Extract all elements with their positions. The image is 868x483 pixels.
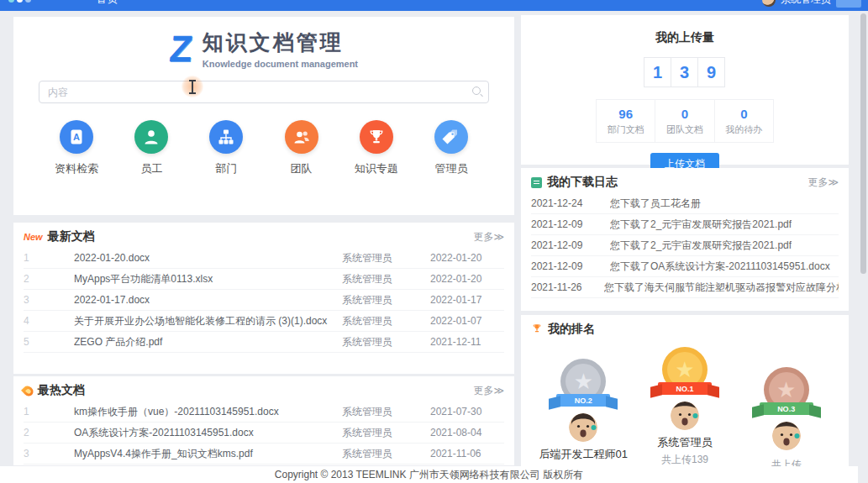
row-index: 2 (24, 273, 40, 285)
list-item[interactable]: 2021-11-26 您下载了海天伺服节能注塑机驱动器报警对应故障分析.xls (531, 277, 839, 298)
doc-date: 2022-01-20 (430, 273, 504, 285)
doc-date: 2022-01-17 (430, 294, 504, 306)
doc-title[interactable]: 关于开展开业办公场地智能化装修工程的请示 (3)(1).docx (74, 314, 342, 328)
table-row[interactable]: 5 ZEGO 产品介绍.pdf 系统管理员 2021-12-11 (24, 332, 504, 353)
upload-stats: 96 部门文档 0 团队文档 0 我的待办 (596, 99, 774, 143)
hero-card: Z 知识文档管理 Knowledge document management A… (13, 17, 514, 215)
brand-logo-icon: Z (168, 32, 194, 66)
search-input[interactable] (39, 81, 489, 103)
brand-header: Z 知识文档管理 Knowledge document management (13, 17, 514, 69)
doc-title[interactable]: ZEGO 产品介绍.pdf (74, 335, 342, 349)
counter-digit: 1 (644, 57, 671, 87)
list-item[interactable]: 2021-12-09 您下载了2_元宇宙发展研究报告2021.pdf (531, 235, 839, 256)
doc-owner: 系统管理员 (342, 272, 430, 286)
rank-user-name: 系统管理员 (657, 435, 712, 450)
log-text: 您下载了海天伺服节能注塑机驱动器报警对应故障分析.xls (604, 281, 839, 295)
nav-item-team[interactable]: 团队 (272, 120, 331, 176)
doc-date: 2022-01-07 (430, 315, 504, 327)
app-logo (8, 0, 31, 3)
table-row[interactable]: 2 OA系统设计方案-20211103145951.docx 系统管理员 202… (24, 423, 504, 444)
knowledge-portal-page: 首页 系统管理员 Z 知识文档管理 Knowledge document man… (0, 0, 868, 483)
hot-docs-title: 最热文档 (38, 383, 85, 398)
nav-item-employee[interactable]: 员工 (122, 120, 181, 176)
table-row[interactable]: 2 MyApps平台功能清单0113.xlsx 系统管理员 2022-01-20 (24, 269, 504, 290)
trophy-icon (360, 120, 393, 154)
nav-item-department[interactable]: 部门 (197, 120, 255, 176)
user-avatar[interactable] (762, 0, 776, 7)
row-index: 3 (24, 448, 40, 459)
doc-title[interactable]: MyAppsV4.4操作手册_知识文档kms.pdf (74, 447, 342, 461)
list-item[interactable]: 2021-12-09 您下载了OA系统设计方案-20211103145951.d… (531, 256, 839, 277)
latest-docs-more-link[interactable]: 更多≫ (473, 230, 504, 244)
counter-digit: 3 (671, 57, 698, 87)
stat-team-docs[interactable]: 0 团队文档 (655, 100, 714, 142)
doc-owner: 系统管理员 (342, 405, 430, 419)
rank-no3-item[interactable]: ★ NO.3 共上传 (736, 367, 837, 466)
log-date: 2021-12-09 (531, 239, 597, 251)
nav-label: 团队 (291, 161, 313, 176)
row-index: 1 (24, 252, 40, 264)
doc-date: 2021-11-06 (430, 448, 504, 459)
stat-my-todo[interactable]: 0 我的待办 (715, 100, 773, 142)
log-text: 您下载了OA系统设计方案-20211103145951.docx (610, 260, 830, 274)
logo-dot (8, 0, 14, 3)
log-text: 您下载了2_元宇宙发展研究报告2021.pdf (610, 239, 792, 253)
table-row[interactable]: 4 2_元宇宙发展研究报告2021.pdf 系统管理员 2021-12-09 (24, 465, 504, 465)
nav-item-knowledge-topics[interactable]: 知识专题 (347, 120, 406, 176)
doc-owner: 系统管理员 (342, 251, 430, 265)
brand-title: 知识文档管理 (203, 29, 358, 56)
log-text: 您下载了2_元宇宙发展研究报告2021.pdf (610, 218, 792, 232)
search-icon[interactable] (472, 87, 481, 95)
page-scrollbar-thumb[interactable] (860, 13, 866, 274)
page-scrollbar-track[interactable] (858, 11, 868, 483)
topbar-corner-badge[interactable] (836, 0, 861, 8)
copyright-text: Copyright © 2013 TEEMLINK 广州市天领网络科技有限公司 … (275, 468, 583, 482)
doc-date: 2021-12-11 (430, 336, 504, 348)
top-navigation-bar: 首页 系统管理员 (0, 0, 868, 11)
table-row[interactable]: 3 MyAppsV4.4操作手册_知识文档kms.pdf 系统管理员 2021-… (24, 444, 504, 465)
nav-item-admin[interactable]: 管理员 (422, 120, 481, 176)
doc-date: 2021-07-30 (430, 406, 504, 417)
doc-title[interactable]: km操作收手册（vue）-20211103145951.docx (74, 405, 342, 419)
list-item[interactable]: 2021-12-09 您下载了2_元宇宙发展研究报告2021.pdf (531, 214, 839, 235)
nav-label: 资料检索 (55, 161, 98, 176)
log-date: 2021-12-09 (531, 218, 597, 230)
employee-icon (134, 120, 168, 154)
doc-owner: 系统管理员 (342, 426, 430, 440)
doc-title[interactable]: 2022-01-20.docx (74, 252, 342, 264)
stat-dept-docs[interactable]: 96 部门文档 (597, 100, 655, 142)
doc-title[interactable]: 2022-01-17.docx (74, 294, 342, 306)
log-text: 您下载了员工花名册 (610, 197, 701, 211)
uploads-title: 我的上传量 (521, 15, 849, 45)
latest-docs-title: 最新文档 (48, 229, 95, 244)
table-row[interactable]: 1 km操作收手册（vue）-20211103145951.docx 系统管理员… (24, 402, 504, 423)
rank-no2-item[interactable]: ★ NO.2 后端开发工程师01 共上传7 (533, 359, 634, 466)
my-ranking-card: 我的排名 ★ NO.2 后端开发工程师01 共上传7 ★ NO.1 系统管理员 … (521, 315, 849, 466)
download-log-more-link[interactable]: 更多≫ (808, 176, 839, 190)
logo-dot (25, 0, 31, 3)
table-row[interactable]: 4 关于开展开业办公场地智能化装修工程的请示 (3)(1).docx 系统管理员… (24, 311, 504, 332)
topbar-user-name[interactable]: 系统管理员 (781, 0, 831, 7)
hot-docs-more-link[interactable]: 更多≫ (473, 384, 504, 398)
stat-label: 团队文档 (655, 123, 713, 136)
ranking-title: 我的排名 (548, 322, 595, 337)
list-item[interactable]: 2021-12-24 您下载了员工花名册 (531, 193, 839, 214)
rank-no1-item[interactable]: ★ NO.1 系统管理员 共上传139 (634, 347, 735, 466)
table-row[interactable]: 1 2022-01-20.docx 系统管理员 2022-01-20 (24, 248, 504, 269)
doc-title[interactable]: OA系统设计方案-20211103145951.docx (74, 426, 342, 440)
doc-title[interactable]: MyApps平台功能清单0113.xlsx (74, 272, 342, 286)
trophy-icon (531, 323, 543, 336)
nav-item-document-search[interactable]: A 资料检索 (47, 120, 106, 176)
stat-label: 我的待办 (715, 123, 773, 136)
orgchart-icon (209, 120, 243, 154)
avatar (671, 402, 699, 430)
doc-owner: 系统管理员 (342, 314, 430, 328)
nav-label: 知识专题 (355, 161, 398, 176)
brand-subtitle: Knowledge document management (203, 59, 358, 69)
tags-icon (434, 120, 468, 154)
avatar (772, 422, 801, 450)
row-index: 3 (24, 294, 40, 306)
table-row[interactable]: 3 2022-01-17.docx 系统管理员 2022-01-17 (24, 290, 504, 311)
download-log-title: 我的下载日志 (547, 175, 618, 190)
menu-item-home[interactable]: 首页 (97, 0, 118, 7)
